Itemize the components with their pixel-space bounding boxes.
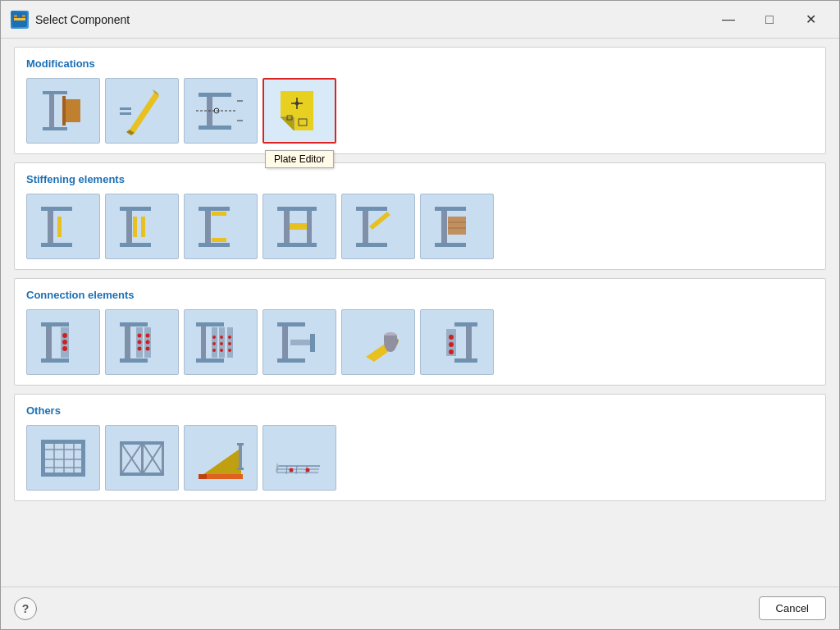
con5-cell[interactable] (341, 309, 415, 375)
modifications-grid: Plate Editor (26, 78, 814, 144)
svg-rect-80 (196, 358, 224, 363)
mod2-cell[interactable] (105, 78, 179, 144)
svg-rect-32 (48, 211, 53, 243)
help-button[interactable]: ? (14, 597, 37, 620)
svg-rect-1 (14, 18, 25, 21)
content-area: Modifications (1, 39, 839, 587)
sti3-cell[interactable] (184, 194, 258, 259)
svg-rect-134 (237, 443, 244, 445)
svg-rect-35 (120, 243, 151, 247)
title-bar: Select Component — □ ✕ (1, 1, 839, 39)
svg-rect-56 (435, 243, 466, 247)
svg-rect-135 (237, 468, 244, 470)
svg-rect-63 (46, 326, 52, 358)
svg-rect-4 (43, 91, 67, 94)
con3-cell[interactable] (184, 309, 258, 375)
mod1-cell[interactable] (26, 78, 100, 144)
cancel-button[interactable]: Cancel (759, 596, 826, 620)
svg-point-86 (212, 342, 216, 345)
svg-marker-9 (130, 93, 159, 133)
svg-rect-34 (120, 207, 151, 211)
sti5-cell[interactable] (341, 194, 415, 259)
svg-rect-55 (435, 207, 466, 211)
con1-cell[interactable] (26, 309, 100, 375)
con2-cell[interactable] (105, 309, 179, 375)
con4-cell[interactable] (262, 309, 336, 375)
connection-section: Connection elements (14, 278, 826, 386)
others-title: Others (26, 404, 814, 417)
mod4-cell[interactable] (262, 78, 336, 144)
svg-rect-40 (199, 243, 230, 247)
svg-point-74 (138, 340, 142, 345)
svg-rect-33 (57, 217, 62, 237)
stiffening-section: Stiffening elements (14, 162, 826, 270)
oth1-cell[interactable] (26, 425, 100, 491)
svg-rect-53 (363, 211, 368, 243)
svg-rect-12 (120, 107, 131, 110)
title-bar-left: Select Component (11, 11, 130, 29)
maximize-button[interactable]: □ (751, 7, 788, 32)
svg-point-75 (138, 347, 142, 351)
svg-rect-70 (125, 326, 130, 358)
oth2-cell[interactable] (105, 425, 179, 491)
svg-rect-39 (199, 207, 230, 211)
sti6-cell[interactable] (420, 194, 494, 259)
svg-rect-79 (196, 322, 224, 326)
svg-rect-48 (302, 243, 317, 247)
sti2-cell[interactable] (105, 194, 179, 259)
svg-point-91 (228, 336, 231, 339)
others-grid (26, 425, 814, 491)
connection-title: Connection elements (26, 289, 814, 301)
close-button[interactable]: ✕ (792, 7, 829, 32)
svg-point-89 (220, 342, 223, 345)
svg-rect-46 (284, 211, 290, 243)
svg-point-65 (62, 333, 67, 338)
svg-rect-123 (120, 445, 122, 472)
minimize-button[interactable]: — (710, 7, 747, 32)
svg-point-92 (228, 342, 231, 345)
svg-point-146 (306, 468, 310, 472)
sti1-cell[interactable] (26, 194, 100, 259)
sti4-cell[interactable] (262, 194, 336, 259)
title-bar-controls: — □ ✕ (710, 7, 829, 32)
svg-rect-36 (126, 211, 132, 243)
stiffening-grid (26, 194, 814, 259)
svg-point-110 (449, 349, 454, 354)
mod4-wrapper: Plate Editor (262, 78, 336, 144)
mod3-wrapper (184, 78, 258, 144)
svg-rect-105 (454, 358, 477, 363)
oth4-cell[interactable] (262, 425, 336, 491)
svg-rect-37 (133, 217, 137, 237)
svg-rect-62 (41, 358, 69, 363)
svg-rect-57 (441, 211, 447, 243)
stiffening-title: Stiffening elements (26, 173, 814, 185)
svg-rect-61 (41, 322, 69, 326)
app-icon (11, 11, 29, 29)
svg-rect-95 (277, 358, 305, 363)
mod3-cell[interactable] (184, 78, 258, 144)
others-section: Others (14, 394, 826, 501)
svg-rect-68 (120, 322, 148, 326)
svg-point-145 (290, 468, 294, 472)
svg-rect-96 (282, 326, 288, 358)
con6-cell[interactable] (420, 309, 494, 375)
svg-marker-131 (200, 448, 241, 477)
svg-marker-54 (369, 212, 390, 230)
svg-rect-106 (466, 326, 472, 358)
svg-rect-6 (49, 94, 54, 127)
svg-point-93 (228, 349, 231, 352)
svg-rect-125 (162, 445, 164, 472)
svg-rect-114 (81, 440, 85, 477)
svg-marker-21 (281, 91, 313, 130)
svg-rect-111 (41, 440, 85, 444)
connection-grid (26, 309, 814, 375)
bottom-bar: ? Cancel (1, 587, 839, 629)
oth3-cell[interactable] (184, 425, 258, 491)
select-component-window: Select Component — □ ✕ Modifications (0, 0, 840, 630)
svg-rect-49 (307, 211, 312, 243)
svg-rect-41 (205, 211, 211, 243)
svg-point-108 (449, 335, 454, 340)
svg-rect-104 (454, 322, 477, 326)
svg-rect-81 (201, 326, 206, 358)
svg-rect-5 (43, 127, 67, 130)
